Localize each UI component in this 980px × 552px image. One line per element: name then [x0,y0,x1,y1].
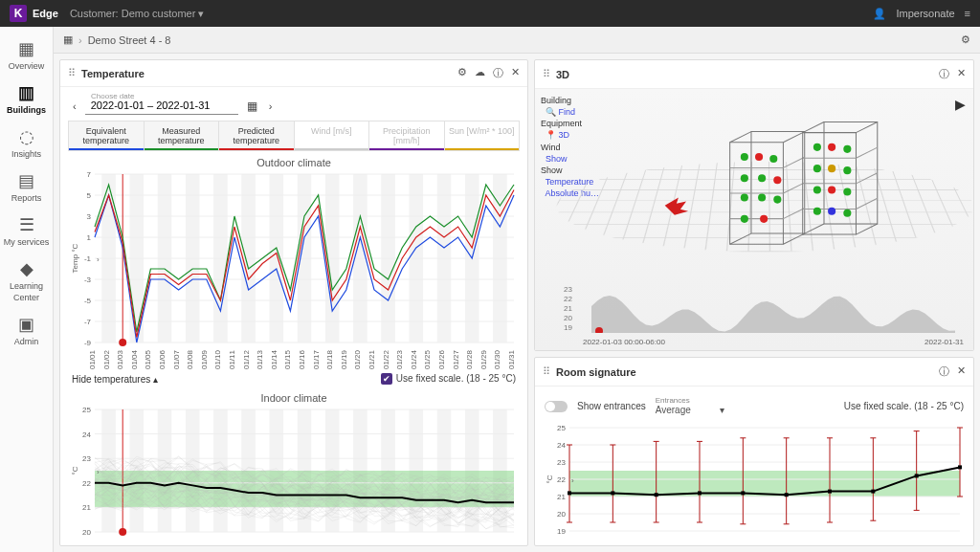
series-predicted-temperature[interactable]: Predicted temperature [219,121,295,150]
nav-overview[interactable]: ▦Overview [0,33,53,77]
svg-text:01/12: 01/12 [242,349,251,369]
svg-text:01/14: 01/14 [270,349,278,369]
close-icon[interactable]: ✕ [957,364,966,379]
svg-text:01/09: 01/09 [200,349,209,369]
svg-line-111 [783,208,804,218]
impersonate-link[interactable]: Impersonate [896,8,954,19]
room-signature-chart[interactable]: 19202122232425°C› [543,422,966,537]
room-signature-title: Room signature [556,366,636,378]
download-icon[interactable]: ☁ [475,66,485,80]
svg-text:01/10: 01/10 [213,349,222,369]
series-equivalent-temperature[interactable]: Equivalent temperature [69,121,145,150]
date-next-icon[interactable]: › [266,99,276,114]
svg-text:22: 22 [82,479,91,488]
info-icon[interactable]: ⓘ [939,67,949,81]
svg-rect-148 [569,471,960,497]
svg-point-124 [741,153,748,161]
svg-text:7: 7 [87,170,92,179]
threed-timebar[interactable] [583,295,964,333]
nav-admin[interactable]: ▣Admin [0,308,53,352]
entrances-select[interactable]: Entrances Average▾ [656,396,724,416]
nav-insights[interactable]: ◌Insights [0,121,53,165]
sig-fixed-scale-checkbox[interactable]: Use fixed scale. (18 - 25 °C) [844,401,964,411]
nav-reports[interactable]: ▤Reports [0,165,53,209]
svg-text:-5: -5 [84,297,92,305]
drag-handle-icon[interactable]: ⠿ [68,67,76,79]
svg-rect-195 [568,491,571,495]
series-measured-temperature[interactable]: Measured temperature [145,121,220,150]
card-settings-icon[interactable]: ⚙ [457,66,467,80]
menu-icon[interactable]: ≡ [965,8,970,19]
series-precipitation-mm-h-[interactable]: Precipitation [mm/h] [369,121,445,150]
threed-viewport[interactable]: Building 🔍 Find Equipment 📍 3D Wind Show… [535,89,973,350]
svg-text:20: 20 [82,528,91,537]
svg-line-102 [730,132,751,143]
svg-text:21: 21 [557,493,566,501]
svg-line-121 [856,173,877,184]
svg-point-137 [843,145,851,153]
svg-point-127 [741,174,748,182]
timebar-start: 2022-01-03 00:00-06:00 [583,338,665,346]
threed-buildings [535,89,973,293]
svg-point-146 [843,210,851,217]
breadcrumb: ▦ › Demo Street 4 - 8 ⚙ [54,27,980,54]
svg-rect-196 [611,491,614,495]
svg-point-128 [758,174,766,182]
svg-point-35 [119,339,126,346]
timebar-end: 2022-01-31 [924,338,964,346]
nav-learning-center[interactable]: ◆Learning Center [0,253,53,308]
svg-rect-198 [698,491,702,495]
svg-point-126 [769,155,777,163]
close-icon[interactable]: ✕ [957,67,966,81]
svg-text:01/20: 01/20 [353,349,362,369]
breadcrumb-root-icon[interactable]: ▦ [63,33,73,46]
timebar-ylabels: 2322212019 [564,285,572,333]
indoor-climate-chart[interactable]: 202122232425°C› [68,404,520,538]
info-icon[interactable]: ⓘ [939,364,949,379]
top-bar: K Edge Customer: Demo customer ▾ 👤 Imper… [0,0,980,27]
date-calendar-icon[interactable]: ▦ [244,98,260,115]
threed-card: ⠿ 3D ⓘ ✕ Building 🔍 Find Equipment 📍 [534,59,974,351]
svg-line-109 [783,183,804,193]
svg-text:01/25: 01/25 [423,349,432,369]
app-logo: K [10,5,27,22]
svg-line-116 [856,224,877,234]
svg-rect-199 [741,491,745,495]
svg-text:01/01: 01/01 [88,349,97,369]
svg-point-130 [741,194,748,202]
svg-text:23: 23 [557,458,566,467]
svg-text:01/31: 01/31 [507,349,516,369]
series-wind-m-s-[interactable]: Wind [m/s] [295,121,370,150]
date-prev-icon[interactable]: ‹ [70,99,79,114]
svg-text:01/04: 01/04 [130,349,139,369]
svg-text:01/15: 01/15 [283,349,292,369]
close-icon[interactable]: ✕ [511,66,520,80]
brand-name: Edge [33,8,58,19]
svg-text:-7: -7 [84,318,92,326]
nav-buildings[interactable]: ▥Buildings [0,77,53,121]
fixed-scale-checkbox[interactable]: Use fixed scale. (18 - 25 °C) [381,373,516,385]
svg-text:›: › [97,255,100,264]
svg-text:01/07: 01/07 [172,349,181,369]
svg-text:›: › [571,476,574,485]
svg-rect-204 [958,465,962,469]
svg-text:25: 25 [82,406,91,414]
outdoor-climate-chart[interactable]: -9-7-5-3-11357Temp °C›01/0101/0201/0301/… [68,168,520,369]
svg-text:01/18: 01/18 [325,349,334,369]
svg-line-107 [783,157,804,167]
show-entrances-toggle[interactable] [545,401,568,412]
temperature-title: Temperature [81,68,145,79]
svg-point-144 [813,208,821,215]
svg-text:5: 5 [87,191,92,200]
drag-handle-icon[interactable]: ⠿ [543,68,550,80]
series-sun-w-m-[interactable]: Sun [W/m² * 100] [445,121,520,150]
breadcrumb-title[interactable]: Demo Street 4 - 8 [88,34,171,46]
svg-point-140 [843,166,851,174]
hide-temperatures-toggle[interactable]: Hide temperatures ▴ [72,374,158,385]
info-icon[interactable]: ⓘ [493,66,503,80]
drag-handle-icon[interactable]: ⠿ [543,365,550,378]
svg-point-143 [843,188,851,195]
page-settings-icon[interactable]: ⚙ [961,33,970,46]
nav-my-services[interactable]: ☰My services [0,209,53,253]
customer-selector[interactable]: Customer: Demo customer ▾ [70,8,204,20]
